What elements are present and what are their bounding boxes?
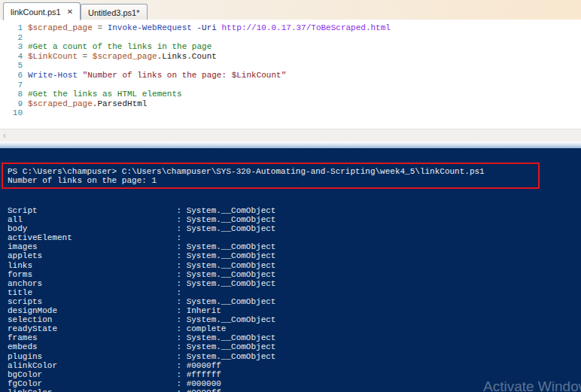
line-number: 7	[0, 81, 23, 90]
console-property-row: images : System.__ComObject	[8, 242, 275, 251]
code-line: 2	[0, 33, 581, 43]
code-token-property: .Links.Count	[157, 52, 217, 61]
code-token-default	[78, 71, 83, 80]
console-property-row: title :	[8, 288, 275, 297]
code-token-cmdlet: Invoke-WebRequest	[108, 23, 192, 32]
console-property-row: activeElement :	[8, 233, 275, 242]
code-text: $LinkCount = $scraped_page.Links.Count	[28, 52, 217, 62]
editor-console-splitter[interactable]	[0, 141, 581, 148]
code-token-property: .ParsedHtml	[93, 99, 148, 108]
activate-windows-watermark: Activate Windows	[483, 378, 581, 392]
console-property-row: all : System.__ComObject	[8, 215, 275, 224]
code-token-variable: $scraped_page	[93, 52, 157, 61]
console-property-row: embeds : System.__ComObject	[8, 342, 275, 351]
console-property-row: designMode : Inherit	[8, 306, 275, 315]
line-number: 9	[0, 99, 23, 109]
code-token-string: "Number of links on the page: $LinkCount…	[83, 71, 287, 80]
close-tab-icon[interactable]: ✕	[67, 8, 73, 16]
console-property-row: links : System.__ComObject	[8, 261, 275, 270]
code-token-variable: $scraped_page	[28, 99, 93, 108]
code-text: #Get the links as HTML elements	[28, 90, 182, 99]
console-property-row: Script : System.__ComObject	[8, 206, 275, 215]
code-text: $scraped_page.ParsedHtml	[28, 99, 147, 109]
console-property-row: forms : System.__ComObject	[8, 270, 275, 279]
code-line: 7	[0, 81, 581, 90]
console-property-row: anchors : System.__ComObject	[8, 279, 275, 288]
console-property-row: bgColor : #ffffff	[8, 370, 275, 379]
console-property-row: body : System.__ComObject	[8, 224, 275, 233]
powershell-ise-window: linkCount.ps1 ✕ Untitled3.ps1* 1$scraped…	[0, 0, 581, 392]
code-line: 6Write-Host "Number of links on the page…	[0, 71, 581, 81]
code-line: 9$scraped_page.ParsedHtml	[0, 99, 581, 109]
line-number: 2	[0, 33, 23, 43]
code-token-operator: =	[78, 52, 93, 61]
code-token-cmdlet: Write-Host	[28, 71, 78, 80]
console-property-row: plugins : System.__ComObject	[8, 352, 275, 361]
console-property-row: selection : System.__ComObject	[8, 315, 275, 324]
code-text: #Get a count of the links in the page	[28, 42, 211, 52]
line-number: 8	[0, 90, 23, 99]
code-token-argument: http://10.0.17.37/ToBeScraped.html	[221, 23, 390, 32]
console-property-row: fgColor : #000000	[8, 379, 275, 388]
code-token-operator: =	[93, 23, 108, 32]
line-number: 10	[0, 108, 23, 118]
console-property-row: applets : System.__ComObject	[8, 251, 275, 260]
console-property-row: frames : System.__ComObject	[8, 333, 275, 342]
console-property-row: readyState : complete	[8, 324, 275, 333]
code-line: 1$scraped_page = Invoke-WebRequest -Uri …	[0, 23, 581, 33]
code-line: 4$LinkCount = $scraped_page.Links.Count	[0, 52, 581, 62]
code-token-variable: $LinkCount	[28, 52, 78, 61]
console-property-row: scripts : System.__ComObject	[8, 297, 275, 306]
code-line: 8#Get the links as HTML elements	[0, 90, 581, 99]
code-text: Write-Host "Number of links on the page:…	[28, 71, 286, 81]
code-token-comment: #Get a count of the links in the page	[28, 42, 211, 51]
tab-linkcount-ps1[interactable]: linkCount.ps1 ✕	[3, 2, 81, 20]
editor-tab-bar: linkCount.ps1 ✕ Untitled3.ps1*	[0, 0, 581, 20]
tab-label: linkCount.ps1	[11, 8, 61, 17]
tab-label: Untitled3.ps1*	[88, 8, 140, 17]
code-text: $scraped_page = Invoke-WebRequest -Uri h…	[28, 23, 391, 33]
scroll-left-arrow-icon[interactable]: ‹	[3, 130, 6, 141]
console-property-row: alinkColor : #0000ff	[8, 361, 275, 370]
console-prompt-line: Number of links on the page: 1	[8, 176, 485, 185]
script-editor[interactable]: 1$scraped_page = Invoke-WebRequest -Uri …	[0, 20, 581, 132]
code-token-variable: $scraped_page	[28, 23, 93, 32]
console-prompt-output: PS C:\Users\champuser> C:\Users\champuse…	[8, 167, 485, 185]
code-line: 10	[0, 108, 581, 118]
line-number: 5	[0, 61, 23, 71]
code-line: 3#Get a count of the links in the page	[0, 42, 581, 52]
console-pane[interactable]: PS C:\Users\champuser> C:\Users\champuse…	[0, 148, 581, 392]
line-number: 3	[0, 42, 23, 52]
code-token-parameter: -Uri	[196, 23, 216, 32]
console-property-list: Script : System.__ComObjectall : System.…	[8, 206, 275, 392]
line-number: 6	[0, 71, 23, 81]
code-line: 5	[0, 61, 581, 71]
tab-untitled3-ps1[interactable]: Untitled3.ps1*	[81, 4, 148, 20]
line-number: 4	[0, 52, 23, 62]
line-number: 1	[0, 23, 23, 33]
console-prompt-line: PS C:\Users\champuser> C:\Users\champuse…	[8, 167, 485, 176]
console-property-row: linkColor : #0000ff	[8, 388, 275, 392]
editor-horizontal-scrollbar[interactable]: ‹	[0, 129, 581, 142]
code-token-comment: #Get the links as HTML elements	[28, 90, 182, 99]
